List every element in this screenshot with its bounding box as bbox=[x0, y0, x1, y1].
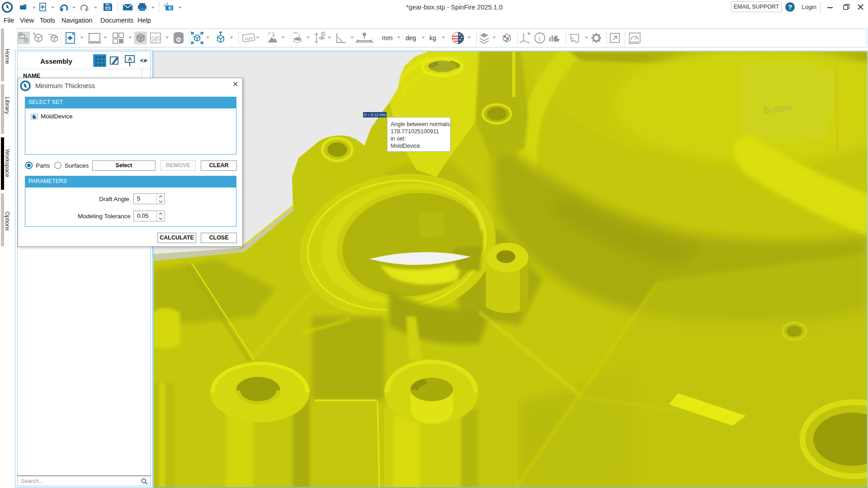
svg-text:A: A bbox=[128, 56, 132, 62]
svg-text:mm: mm bbox=[382, 34, 392, 42]
svg-text:kg: kg bbox=[429, 34, 436, 42]
svg-text:(X,Y): (X,Y) bbox=[268, 32, 275, 35]
svg-text:min: min bbox=[293, 31, 298, 34]
svg-text:i: i bbox=[538, 35, 540, 42]
svg-text:>_: >_ bbox=[571, 36, 576, 41]
svg-text:deg: deg bbox=[406, 34, 416, 42]
